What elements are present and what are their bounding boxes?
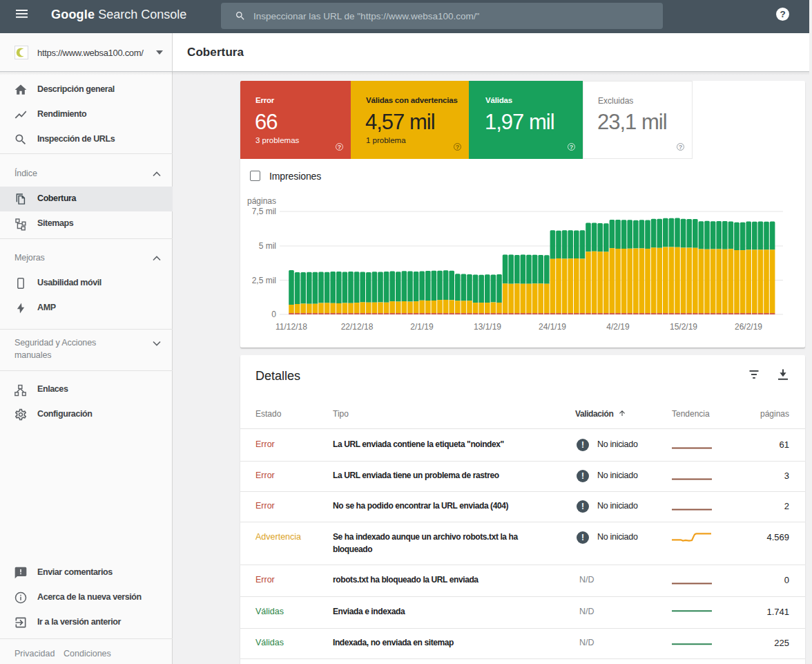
svg-text:22/12/18: 22/12/18: [341, 322, 374, 332]
svg-text:15/2/19: 15/2/19: [670, 322, 697, 332]
svg-text:2/1/19: 2/1/19: [410, 322, 434, 332]
svg-text:11/12/18: 11/12/18: [276, 322, 307, 332]
svg-text:4/2/19: 4/2/19: [606, 322, 630, 332]
svg-text:7,5 mil: 7,5 mil: [252, 207, 276, 216]
svg-text:5 mil: 5 mil: [259, 241, 276, 251]
svg-text:páginas: páginas: [247, 196, 276, 206]
svg-text:24/1/19: 24/1/19: [539, 322, 566, 332]
svg-text:13/1/19: 13/1/19: [474, 322, 501, 332]
svg-text:0: 0: [271, 310, 276, 319]
svg-text:26/2/19: 26/2/19: [735, 322, 762, 332]
svg-text:2,5 mil: 2,5 mil: [252, 276, 276, 285]
